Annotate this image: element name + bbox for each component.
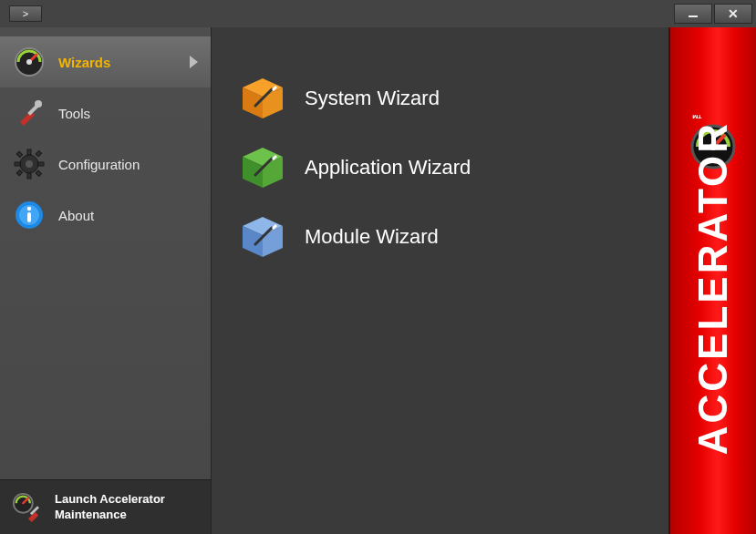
cube-blue-icon — [239, 213, 286, 261]
gauge-icon — [13, 46, 46, 78]
brand-banner: ACCELERATOR™ — [668, 27, 756, 534]
maintenance-label: Launch Accelerator Maintenance — [55, 492, 165, 522]
window-controls: ✕ — [674, 4, 756, 24]
svg-point-3 — [35, 100, 42, 108]
svg-point-17 — [27, 207, 31, 211]
sidebar-item-label: Configuration — [58, 157, 140, 172]
sidebar-item-label: Wizards — [58, 55, 110, 70]
sidebar-item-about[interactable]: About — [0, 190, 211, 241]
brand-name-text: ACCELERATOR — [690, 121, 735, 455]
maintenance-icon — [11, 491, 44, 524]
gear-icon — [13, 148, 46, 180]
collapse-toggle-label: > — [23, 8, 28, 19]
wizard-item-module[interactable]: Module Wizard — [239, 202, 668, 272]
svg-rect-5 — [27, 149, 31, 155]
svg-rect-7 — [15, 162, 20, 166]
svg-rect-11 — [36, 150, 41, 156]
collapse-toggle-button[interactable]: > — [9, 5, 42, 22]
svg-rect-9 — [16, 151, 22, 157]
sidebar: Wizards Tools — [0, 27, 212, 534]
sidebar-nav: Wizards Tools — [0, 27, 211, 479]
minimize-icon — [689, 15, 698, 17]
sidebar-item-tools[interactable]: Tools — [0, 87, 211, 139]
svg-rect-8 — [38, 162, 44, 166]
main-panel: System Wizard Application Wizard — [212, 27, 668, 534]
svg-rect-6 — [27, 173, 31, 179]
sidebar-item-label: About — [58, 208, 94, 223]
svg-point-1 — [26, 59, 32, 65]
svg-rect-10 — [36, 170, 41, 176]
launch-maintenance-button[interactable]: Launch Accelerator Maintenance — [0, 479, 211, 534]
svg-point-13 — [26, 160, 33, 168]
minimize-button[interactable] — [674, 4, 712, 24]
svg-rect-12 — [16, 169, 22, 175]
wizard-item-label: Application Wizard — [305, 156, 471, 180]
titlebar: > ✕ — [0, 0, 756, 27]
tools-icon — [13, 97, 46, 129]
wizard-list: System Wizard Application Wizard — [212, 27, 668, 272]
svg-rect-16 — [27, 212, 31, 222]
sidebar-item-label: Tools — [58, 106, 90, 121]
cube-green-icon — [239, 144, 286, 191]
brand-tm: ™ — [690, 106, 703, 121]
brand-name: ACCELERATOR™ — [690, 106, 736, 455]
close-icon: ✕ — [728, 6, 739, 21]
wizard-item-application[interactable]: Application Wizard — [239, 133, 668, 202]
wizard-item-label: System Wizard — [305, 87, 440, 110]
close-button[interactable]: ✕ — [714, 4, 752, 24]
wizard-item-label: Module Wizard — [305, 225, 439, 249]
sidebar-item-wizards[interactable]: Wizards — [0, 36, 211, 87]
wizard-item-system[interactable]: System Wizard — [239, 64, 668, 133]
cube-orange-icon — [239, 75, 286, 122]
sidebar-item-configuration[interactable]: Configuration — [0, 139, 211, 190]
info-icon — [13, 199, 46, 231]
